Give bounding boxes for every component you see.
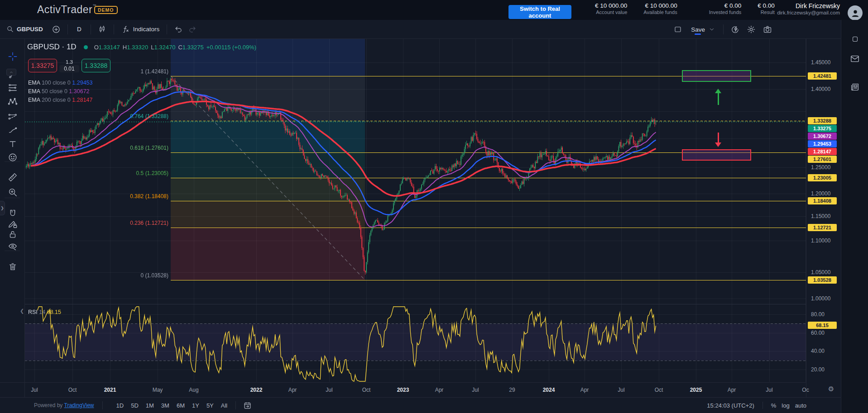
price-chart[interactable] [25, 38, 806, 382]
powered-by: Powered by TradingView [34, 402, 94, 408]
brush-tool[interactable] [6, 123, 19, 137]
collapse-indicators-button[interactable] [6, 69, 16, 76]
mail-button[interactable] [849, 52, 861, 65]
save-menu-button[interactable] [705, 23, 719, 36]
undo-icon [174, 25, 183, 33]
panel-toggle-button[interactable] [849, 33, 861, 45]
indicators-label: Indicators [133, 26, 160, 33]
market-status-dot[interactable] [84, 45, 88, 49]
go-to-date-button[interactable] [240, 399, 254, 412]
range-button-3m[interactable]: 3M [158, 401, 173, 410]
activtrader-logo: ActivTrader™ [37, 4, 96, 16]
trash-tool[interactable] [6, 260, 19, 273]
add-symbol-button[interactable] [49, 23, 63, 36]
auto-scale-button[interactable]: auto [795, 402, 806, 409]
stat-account-value: € 10 000.00Account value [595, 2, 627, 15]
projection-tool[interactable] [6, 110, 19, 123]
undo-button[interactable] [172, 23, 185, 36]
indicator-row[interactable]: EMA 50 close 0 1.30672 [28, 88, 90, 95]
time-tick-label: Jul [31, 387, 38, 393]
take-profit-box[interactable] [682, 70, 751, 82]
text-tool[interactable] [6, 137, 19, 151]
zoom-in-tool[interactable] [6, 185, 19, 199]
divider [91, 24, 91, 34]
price-axis-badge: 1.27601 [808, 156, 837, 163]
range-button-1m[interactable]: 1M [142, 401, 158, 410]
timeframe-button[interactable]: D [72, 23, 86, 36]
screenshot-button[interactable] [761, 23, 774, 36]
price-tick-label: 1.05000 [811, 269, 830, 275]
sell-button[interactable]: 1.33275 [28, 59, 57, 72]
down-arrow-annotation [715, 133, 721, 147]
top-bar: ActivTrader™ DEMO Switch to Real account… [0, 0, 868, 20]
range-button-6m[interactable]: 6M [173, 401, 188, 410]
user-block[interactable]: Dirk Friczewsky dirk.friczewsky@gmail.co… [777, 2, 840, 15]
redo-button[interactable] [185, 23, 199, 36]
range-button-all[interactable]: All [217, 401, 231, 410]
time-tick-label: Jul [766, 387, 772, 393]
range-button-5y[interactable]: 5Y [203, 401, 217, 410]
xabcd-pattern-tool[interactable] [6, 95, 19, 109]
rsi-tick-label: 40.00 [811, 348, 825, 354]
indicator-row[interactable]: EMA 200 close 0 1.28147 [28, 97, 93, 103]
up-arrow-annotation [715, 89, 721, 105]
avatar[interactable] [848, 5, 863, 20]
chart-type-button[interactable] [96, 23, 109, 36]
price-tick-label: 1.45000 [811, 59, 830, 66]
stop-loss-box[interactable] [682, 149, 751, 161]
percent-scale-button[interactable]: % [771, 402, 777, 409]
emoji-tool[interactable] [6, 151, 19, 164]
time-tick-label: Oct [68, 387, 77, 393]
hide-drawings-tool[interactable] [6, 240, 19, 253]
time-tick-label: Apr [728, 387, 736, 393]
footer-right: 15:24:03 (UTC+2) % log auto [704, 402, 809, 409]
lock-tool[interactable] [6, 228, 19, 241]
unsaved-indicator [695, 33, 701, 35]
rsi-tick-label: 80.00 [811, 311, 825, 318]
range-button-1d[interactable]: 1D [113, 401, 128, 410]
price-axis[interactable]: 1.450001.400001.250001.200001.150001.100… [806, 39, 841, 397]
tradingview-link[interactable]: TradingView [64, 402, 94, 408]
ohlc-change: +0.00115 (+0.09%) [206, 44, 256, 51]
layout-square-icon [674, 25, 682, 33]
fib-level-label: 0.5 (1.23005) [96, 170, 168, 176]
time-tick-label: Aug [189, 387, 198, 393]
price-axis-badge: 1.03528 [808, 276, 837, 284]
range-button-5d[interactable]: 5D [127, 401, 142, 410]
fib-level-label: 0.236 (1.12721) [96, 220, 168, 226]
price-tick-label: 1.00000 [811, 295, 830, 302]
buy-button[interactable]: 1.33288 [82, 59, 110, 72]
rsi-legend[interactable]: RSI 14 68.15 [28, 309, 61, 315]
ruler-tool[interactable] [6, 171, 19, 184]
symbol-title: GBPUSD · 1D [27, 43, 77, 52]
fib-level-label: 0.618 (1.27601) [96, 145, 168, 151]
price-axis-badge: 1.12721 [808, 224, 837, 231]
toolbar-collapse-handle[interactable]: ❯ [0, 201, 5, 215]
time-tick-label: Apr [288, 387, 297, 393]
quick-actions-button[interactable] [728, 23, 742, 36]
indicator-row[interactable]: EMA 100 close 0 1.29453 [28, 80, 93, 86]
crosshair-tool[interactable] [6, 50, 19, 63]
log-scale-button[interactable]: log [782, 402, 789, 409]
demo-badge: DEMO [94, 6, 118, 14]
switch-to-real-account-button[interactable]: Switch to Real account [508, 5, 571, 19]
pip-value: 0.01 [59, 65, 79, 72]
pane-separator[interactable] [25, 304, 806, 304]
price-axis-badge: 1.18408 [808, 197, 837, 204]
hide-drawings-handle[interactable]: ❮ [19, 306, 25, 316]
range-button-1y[interactable]: 1Y [188, 401, 203, 410]
price-tick-label: 1.10000 [811, 237, 830, 244]
price-axis-badge: 1.33275 [808, 125, 837, 132]
save-button[interactable]: Save [691, 26, 705, 33]
news-button[interactable] [849, 81, 861, 93]
settings-button[interactable] [744, 23, 758, 36]
time-axis[interactable]: JulOct2021MayAug2022AprJulOct2023AprJul2… [0, 382, 806, 397]
horizontal-lines-tool[interactable] [6, 81, 19, 95]
price-tick-label: 1.25000 [811, 164, 830, 171]
price-axis-badge: 1.33288 [808, 117, 837, 124]
person-icon [850, 8, 860, 18]
symbol-search[interactable]: GBPUSD [6, 25, 43, 33]
layout-button[interactable] [671, 23, 685, 36]
clock[interactable]: 15:24:03 (UTC+2) [707, 402, 754, 409]
indicators-button[interactable]: Indicators [119, 23, 163, 36]
